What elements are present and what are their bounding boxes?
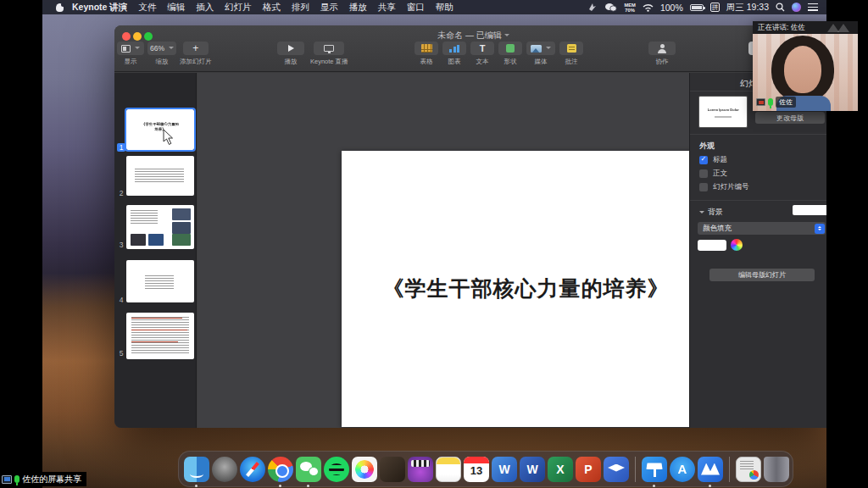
title-checkbox-row[interactable]: 标题 bbox=[699, 155, 727, 165]
menu-file[interactable]: 文件 bbox=[138, 2, 156, 14]
slide-thumbnail-3[interactable] bbox=[126, 205, 194, 249]
slide-thumbnail-4[interactable] bbox=[126, 260, 194, 302]
menu-items: Keynote 讲演 文件 编辑 插入 幻灯片 格式 排列 显示 播放 共享 窗… bbox=[72, 2, 453, 14]
menu-clock[interactable]: 周三 19:33 bbox=[726, 2, 769, 14]
wechat-dock-icon[interactable] bbox=[296, 457, 321, 482]
menu-window[interactable]: 窗口 bbox=[407, 2, 425, 14]
input-method-icon[interactable]: 拼 bbox=[710, 3, 720, 12]
slide-number-1: 1 bbox=[117, 143, 125, 152]
apple-menu-icon[interactable] bbox=[56, 3, 64, 12]
share-mic-icon bbox=[14, 475, 19, 483]
current-slide[interactable]: 《学生干部核心力量的培养》 bbox=[342, 151, 710, 427]
mouse-cursor bbox=[163, 129, 175, 146]
title-checkbox[interactable] bbox=[699, 156, 708, 164]
speaking-banner: 正在讲话: 佐佐 bbox=[753, 21, 858, 34]
media-button[interactable]: 媒体 bbox=[526, 42, 555, 66]
chart-button[interactable]: 图表 bbox=[442, 42, 466, 66]
title-chevron-icon[interactable] bbox=[504, 34, 509, 39]
edit-master-button[interactable]: 编辑母版幻灯片 bbox=[709, 269, 815, 281]
wps-dock-icon[interactable]: W bbox=[492, 457, 517, 482]
slide-number-5: 5 bbox=[117, 349, 125, 358]
notes-dock-icon[interactable] bbox=[436, 457, 461, 482]
safari-dock-icon[interactable] bbox=[240, 457, 265, 482]
shape-icon bbox=[506, 44, 515, 53]
powerpoint-dock-icon[interactable]: P bbox=[576, 457, 601, 482]
slide-canvas[interactable]: 《学生干部核心力量的培养》 bbox=[198, 73, 689, 428]
notification-center-icon[interactable] bbox=[808, 3, 818, 11]
screen-share-indicator-icon bbox=[756, 98, 765, 106]
spotlight-search-icon[interactable] bbox=[776, 3, 785, 12]
slide-number-4: 4 bbox=[117, 296, 125, 304]
slide-number-checkbox-label: 幻灯片编号 bbox=[713, 182, 749, 192]
fill-type-dropdown[interactable]: 颜色填充 bbox=[698, 222, 826, 235]
spotify-dock-icon[interactable] bbox=[324, 457, 349, 482]
chrome-dock-icon[interactable] bbox=[268, 457, 293, 482]
excel-dock-icon[interactable]: X bbox=[548, 457, 573, 482]
menu-edit[interactable]: 编辑 bbox=[167, 2, 185, 14]
education-app-dock-icon[interactable] bbox=[604, 457, 629, 482]
screen-share-status-icon[interactable] bbox=[587, 3, 598, 12]
menu-insert[interactable]: 插入 bbox=[196, 2, 214, 14]
add-slide-button[interactable]: + 添加幻灯片 bbox=[180, 42, 212, 66]
text-button[interactable]: T 文本 bbox=[470, 42, 494, 66]
color-well[interactable] bbox=[698, 240, 726, 251]
game-app-dock-icon[interactable] bbox=[380, 457, 405, 482]
menu-help[interactable]: 帮助 bbox=[436, 2, 453, 14]
table-button[interactable]: 表格 bbox=[415, 42, 438, 66]
finder-dock-icon[interactable] bbox=[184, 457, 209, 482]
wechat-status-icon[interactable] bbox=[604, 3, 617, 12]
meeting-video-overlay[interactable]: 正在讲话: 佐佐 佐佐 bbox=[753, 21, 858, 111]
master-thumb-title: Lorem Ipsum Dolor bbox=[707, 108, 738, 113]
master-slide-thumbnail[interactable]: Lorem Ipsum Dolor bbox=[698, 96, 748, 128]
menu-slide[interactable]: 幻灯片 bbox=[225, 2, 252, 14]
shape-button[interactable]: 形状 bbox=[498, 42, 522, 66]
trash-dock-icon[interactable] bbox=[764, 457, 789, 482]
word-dock-icon[interactable]: W bbox=[520, 457, 545, 482]
menu-bar: Keynote 讲演 文件 编辑 插入 幻灯片 格式 排列 显示 播放 共享 窗… bbox=[42, 0, 826, 14]
view-button[interactable]: 显示 bbox=[117, 42, 144, 66]
calendar-dock-icon[interactable]: 13 bbox=[464, 457, 489, 482]
slide-title-text[interactable]: 《学生干部核心力量的培养》 bbox=[342, 274, 710, 302]
menu-share[interactable]: 共享 bbox=[378, 2, 396, 14]
zoom-control[interactable]: 66% 缩放 bbox=[147, 42, 176, 66]
comment-button[interactable]: 批注 bbox=[559, 42, 583, 66]
disclosure-triangle-icon[interactable] bbox=[699, 211, 704, 216]
color-wheel-icon[interactable] bbox=[731, 239, 743, 251]
appearance-section-label: 外观 bbox=[699, 141, 715, 152]
slide-number-checkbox-row[interactable]: 幻灯片编号 bbox=[699, 182, 749, 192]
background-color-swatch[interactable] bbox=[793, 205, 826, 215]
app-store-dock-icon[interactable]: A bbox=[670, 457, 695, 482]
photos-dock-icon[interactable] bbox=[352, 457, 377, 482]
body-checkbox-row[interactable]: 正文 bbox=[699, 169, 727, 179]
wifi-icon[interactable] bbox=[643, 3, 654, 12]
menu-view[interactable]: 显示 bbox=[320, 2, 338, 14]
menu-keynote[interactable]: Keynote 讲演 bbox=[72, 2, 127, 14]
change-master-button[interactable]: 更改母版 bbox=[755, 112, 825, 124]
body-checkbox[interactable] bbox=[699, 169, 708, 178]
play-icon bbox=[288, 45, 294, 52]
menu-format[interactable]: 格式 bbox=[263, 2, 281, 14]
menu-play[interactable]: 播放 bbox=[349, 2, 367, 14]
downloads-dock-icon[interactable] bbox=[736, 457, 761, 482]
dock-separator bbox=[635, 457, 636, 482]
keynote-toolbar: 未命名 — 已编辑 显示 66% 缩放 + 添加幻灯片 播放 Keynote 直… bbox=[114, 25, 826, 72]
participant-face bbox=[784, 46, 821, 93]
slide-thumbnail-5[interactable] bbox=[126, 313, 194, 359]
background-section[interactable]: 背景 bbox=[699, 207, 723, 218]
siri-icon[interactable] bbox=[792, 3, 801, 12]
keynote-dock-icon[interactable] bbox=[642, 457, 667, 482]
chart-icon bbox=[449, 44, 460, 53]
slide-thumbnail-1[interactable]: 《学生干部核心力量的培养》 bbox=[126, 109, 194, 150]
collaborate-button[interactable]: 协作 bbox=[648, 42, 676, 66]
keynote-live-button[interactable]: Keynote 直播 bbox=[310, 42, 348, 66]
battery-icon[interactable] bbox=[690, 4, 704, 11]
slide-number-2: 2 bbox=[117, 189, 125, 197]
menu-arrange[interactable]: 排列 bbox=[292, 2, 309, 14]
imovie-dock-icon[interactable] bbox=[408, 457, 433, 482]
meeting-app-dock-icon[interactable] bbox=[698, 457, 723, 482]
memory-meter[interactable]: MEM70% bbox=[624, 3, 636, 13]
launchpad-dock-icon[interactable] bbox=[212, 457, 237, 482]
slide-thumbnail-2[interactable] bbox=[126, 156, 194, 196]
slide-number-checkbox[interactable] bbox=[699, 183, 708, 191]
play-button[interactable]: 播放 bbox=[277, 42, 304, 66]
